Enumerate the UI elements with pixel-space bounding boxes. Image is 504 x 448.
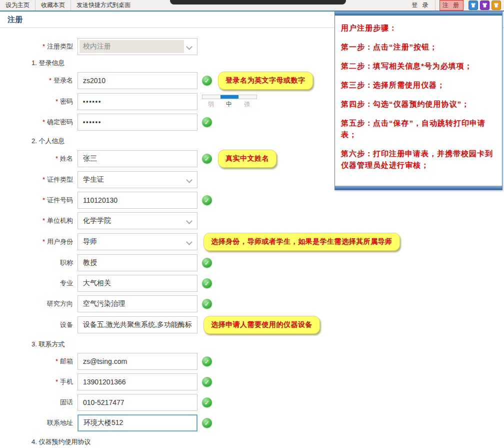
valid-check-icon: ✓ xyxy=(202,117,212,127)
reg-type-select[interactable]: 校内注册 xyxy=(78,38,198,55)
password-strength-meter: 弱 中 强 xyxy=(202,95,257,109)
field-row-id-number: *证件号码 ✓ xyxy=(0,192,504,209)
bookmark-page-link[interactable]: 收藏本页 xyxy=(36,0,71,11)
required-asterisk: * xyxy=(42,217,45,224)
address-label: 联系地址 xyxy=(0,418,78,427)
login-name-input[interactable] xyxy=(78,72,198,89)
field-row-landline: 固话 ✓ xyxy=(0,394,504,411)
strength-fill-medium xyxy=(220,95,238,99)
orange-shirt-skin-icon[interactable] xyxy=(492,1,501,10)
strength-medium-label: 中 xyxy=(220,100,238,109)
shirt-icon xyxy=(493,2,500,9)
research-input[interactable] xyxy=(78,295,198,312)
field-row-research: 研究方向 ✓ xyxy=(0,295,504,312)
help-line: 第四步：勾选“仪器预约使用协议”； xyxy=(341,98,496,110)
help-line: 第一步：点击“注册”按钮； xyxy=(341,41,496,53)
required-asterisk: * xyxy=(56,378,58,385)
name-input[interactable] xyxy=(78,150,198,167)
email-input[interactable] xyxy=(78,353,198,370)
chevron-down-icon xyxy=(186,218,192,224)
required-asterisk: * xyxy=(42,196,45,204)
valid-check-icon: ✓ xyxy=(202,299,212,309)
valid-check-icon: ✓ xyxy=(202,154,212,164)
strength-weak-label: 弱 xyxy=(202,100,220,109)
field-row-major: 专业 ✓ xyxy=(0,275,504,292)
confirm-password-input[interactable] xyxy=(78,114,198,131)
valid-check-icon: ✓ xyxy=(202,356,212,366)
strength-labels: 弱 中 强 xyxy=(202,100,257,109)
name-label: *姓名 xyxy=(0,154,78,163)
set-homepage-link[interactable]: 设为主页 xyxy=(0,0,36,11)
purple-shirt-skin-icon[interactable] xyxy=(480,1,490,10)
valid-check-icon: ✓ xyxy=(202,76,212,86)
job-title-input[interactable] xyxy=(78,254,198,271)
help-line: 用户注册步骤： xyxy=(341,22,496,34)
blue-shirt-skin-icon[interactable] xyxy=(468,1,478,10)
mobile-label: *手机 xyxy=(0,377,78,386)
required-asterisk: * xyxy=(42,118,45,126)
panel-body: 用户注册步骤： 第一步：点击“注册”按钮； 第二步：填写相关信息*号为必填项； … xyxy=(335,16,502,186)
valid-check-icon: ✓ xyxy=(202,195,212,205)
landline-label: 固话 xyxy=(0,398,78,407)
top-bar-actions: 登 录 注 册 xyxy=(406,0,504,11)
confirm-password-label: *确定密码 xyxy=(0,118,78,127)
field-row-job-title: 职称 ✓ xyxy=(0,254,504,271)
help-line: 第六步：打印注册申请表，并携带校园卡到仪器管理员处进行审核； xyxy=(341,148,496,171)
valid-check-icon: ✓ xyxy=(202,377,212,387)
valid-check-icon: ✓ xyxy=(202,418,212,428)
major-input[interactable] xyxy=(78,275,198,292)
help-line: 第二步：填写相关信息*号为必填项； xyxy=(341,60,496,72)
major-label: 专业 xyxy=(0,279,78,288)
panel-bottom-strip xyxy=(335,186,502,190)
strength-track xyxy=(202,95,257,99)
reg-type-label: *注册类型 xyxy=(0,42,78,51)
user-role-label: *用户身份 xyxy=(0,237,78,246)
valid-check-icon: ✓ xyxy=(202,258,212,268)
devices-label: 设备 xyxy=(0,320,78,329)
top-bar-links: 设为主页 收藏本页 发送快捷方式到桌面 xyxy=(0,0,136,11)
id-type-value: 学生证 xyxy=(83,175,104,184)
user-role-select[interactable]: 导师 xyxy=(78,233,198,250)
login-name-label: *登录名 xyxy=(0,76,78,85)
help-line: 第三步：选择所需使用仪器； xyxy=(341,79,496,91)
field-row-mobile: *手机 ✓ xyxy=(0,373,504,390)
help-line: 第五步：点击“保存”，自动跳转打印申请表； xyxy=(341,117,496,140)
required-asterisk: * xyxy=(56,98,58,105)
shirt-icon xyxy=(470,2,476,9)
email-label: *邮箱 xyxy=(0,357,78,366)
user-role-value: 导师 xyxy=(83,237,97,246)
organization-label: *单位机构 xyxy=(0,216,78,225)
devices-input[interactable] xyxy=(78,316,198,333)
register-link-active[interactable]: 注 册 xyxy=(440,0,464,11)
section-heading-agreement: 4. 仪器预约使用协议 xyxy=(32,437,504,446)
required-asterisk: * xyxy=(42,238,45,245)
required-asterisk: * xyxy=(56,357,58,365)
valid-check-icon: ✓ xyxy=(202,397,212,407)
field-row-address: 联系地址 ✓ xyxy=(0,414,504,431)
page-title: 注册 xyxy=(8,15,22,25)
login-name-tooltip: 登录名为英文字母或数字 xyxy=(218,72,313,90)
id-type-label: *证件类型 xyxy=(0,175,78,184)
send-shortcut-link[interactable]: 发送快捷方式到桌面 xyxy=(71,0,136,11)
address-input[interactable] xyxy=(78,414,198,431)
strength-strong-label: 强 xyxy=(238,100,256,109)
required-asterisk: * xyxy=(49,77,52,84)
job-title-label: 职称 xyxy=(0,258,78,267)
password-input[interactable] xyxy=(78,93,198,110)
panel-top-strip xyxy=(335,12,502,16)
browser-artifact-bar xyxy=(170,0,346,5)
name-tooltip: 真实中文姓名 xyxy=(218,150,276,168)
id-number-label: *证件号码 xyxy=(0,196,78,205)
section-heading-contact-info: 3. 联系方式 xyxy=(32,340,504,349)
organization-select[interactable]: 化学学院 xyxy=(78,212,198,229)
field-row-user-role: *用户身份 导师 选择身份，导师或者学生，如果是学生需选择其所属导师 xyxy=(0,233,504,251)
chevron-down-icon xyxy=(186,177,192,183)
login-link[interactable]: 登 录 xyxy=(406,0,435,11)
landline-input[interactable] xyxy=(78,394,198,411)
id-number-input[interactable] xyxy=(78,192,198,209)
id-type-select[interactable]: 学生证 xyxy=(78,171,198,188)
research-label: 研究方向 xyxy=(0,299,78,308)
mobile-input[interactable] xyxy=(78,373,198,390)
required-asterisk: * xyxy=(42,176,45,183)
field-row-email: *邮箱 ✓ xyxy=(0,353,504,370)
